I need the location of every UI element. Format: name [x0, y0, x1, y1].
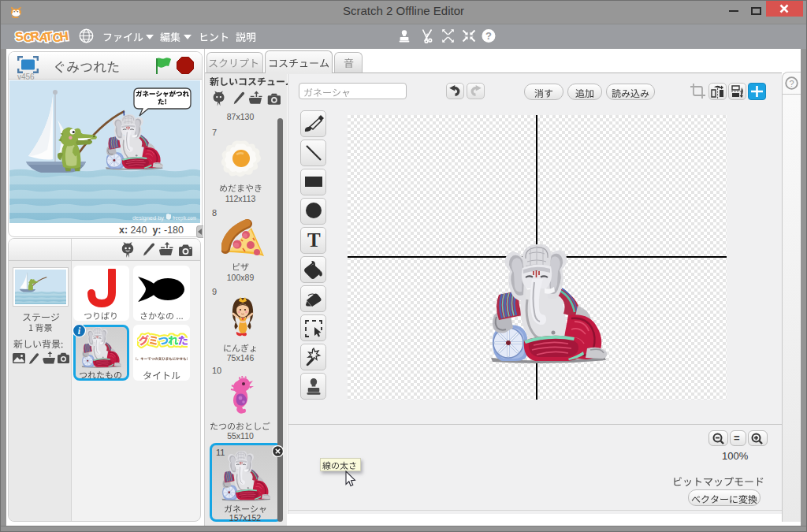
- svg-text:designed by: designed by: [132, 214, 164, 221]
- svg-text:?: ?: [485, 30, 492, 42]
- svg-text:SCRATCH: SCRATCH: [14, 29, 69, 45]
- svg-text:freepik.com: freepik.com: [173, 214, 196, 221]
- svg-text:?: ?: [789, 79, 794, 88]
